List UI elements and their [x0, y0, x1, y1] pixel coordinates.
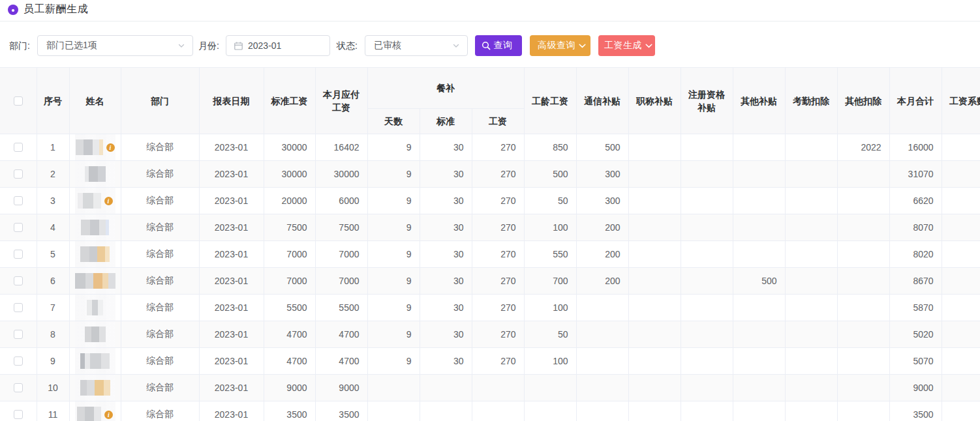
- cell-meal-days: [367, 401, 420, 421]
- cell-reg-allowance: [681, 375, 733, 401]
- salary-table: 序号 姓名 部门 报表日期 标准工资 本月应付工资 餐补 工龄工资 通信补贴 职…: [0, 67, 980, 421]
- row-checkbox[interactable]: [14, 196, 23, 205]
- cell-report-date: 2023-01: [199, 401, 264, 421]
- cell-seniority-pay: 50: [524, 321, 576, 348]
- info-icon[interactable]: i: [104, 411, 113, 419]
- cell-comm-allowance: 200: [576, 214, 628, 241]
- salary-generate-button[interactable]: 工资生成: [598, 35, 655, 56]
- name-blur-patch: [80, 246, 110, 262]
- table-row: 1i综合部2023-013000016402930270850500202216…: [0, 134, 980, 161]
- cell-other-allowance: [733, 214, 785, 241]
- advanced-search-button[interactable]: 高级查询: [530, 35, 590, 56]
- table-row: 8综合部2023-0147004700930270505020: [0, 321, 980, 348]
- cell-other-deduct: [837, 161, 889, 188]
- cell-std-salary: 30000: [264, 134, 315, 161]
- cell-month-total: 8070: [889, 214, 942, 241]
- cell-reg-allowance: [681, 401, 733, 421]
- row-checkbox[interactable]: [14, 303, 23, 312]
- cell-salary-coef: [942, 161, 980, 188]
- cell-meal-days: 9: [367, 268, 420, 295]
- month-date-input[interactable]: 2023-01: [226, 35, 330, 56]
- cell-month-total: 5070: [889, 348, 942, 375]
- cell-attendance-deduct: [785, 134, 837, 161]
- cell-seq: 3: [37, 188, 69, 214]
- cell-std-salary: 30000: [264, 161, 315, 188]
- cell-meal-std: 30: [420, 241, 472, 268]
- cell-month-payable: 3500: [315, 401, 367, 421]
- name-blur-patch: [85, 327, 106, 342]
- cell-salary-coef: [942, 375, 980, 401]
- table-row: 11i综合部2023-01350035003500: [0, 401, 980, 421]
- cell-dept: 综合部: [121, 161, 199, 188]
- row-checkbox[interactable]: [14, 410, 23, 419]
- cell-other-allowance: [733, 295, 785, 321]
- row-checkbox[interactable]: [14, 143, 23, 152]
- chevron-down-icon: [579, 44, 586, 48]
- cell-comm-allowance: 500: [576, 134, 628, 161]
- cell-comm-allowance: 200: [576, 268, 628, 295]
- col-header-meal-days: 天数: [367, 109, 420, 134]
- advanced-search-label: 高级查询: [538, 40, 575, 51]
- info-icon[interactable]: i: [104, 197, 113, 205]
- cell-month-total: 3500: [889, 401, 942, 421]
- select-all-checkbox[interactable]: [14, 96, 23, 106]
- cell-salary-coef: [942, 134, 980, 161]
- cell-name-redacted: [69, 268, 121, 295]
- table-row: 9综合部2023-01470047009302701005070: [0, 348, 980, 375]
- cell-comm-allowance: 200: [576, 241, 628, 268]
- cell-reg-allowance: [681, 348, 733, 375]
- cell-dept: 综合部: [121, 401, 199, 421]
- cell-name-redacted: i: [69, 401, 121, 421]
- cell-other-deduct: [837, 295, 889, 321]
- row-checkbox[interactable]: [14, 276, 23, 285]
- cell-month-total: 6620: [889, 188, 942, 214]
- cell-std-salary: 7000: [264, 268, 315, 295]
- salary-generate-label: 工资生成: [604, 40, 642, 51]
- cell-other-allowance: [733, 241, 785, 268]
- department-select[interactable]: 部门已选1项: [37, 35, 193, 56]
- cell-attendance-deduct: [785, 295, 837, 321]
- name-blur-patch: [78, 193, 101, 209]
- cell-month-payable: 4700: [315, 321, 367, 348]
- cell-title-allowance: [628, 188, 681, 214]
- row-checkbox[interactable]: [14, 383, 23, 392]
- cell-meal-pay: 270: [472, 161, 524, 188]
- cell-report-date: 2023-01: [199, 321, 264, 348]
- cell-meal-pay: [472, 401, 524, 421]
- cell-std-salary: 7000: [264, 241, 315, 268]
- name-blur-patch: [81, 220, 109, 235]
- cell-attendance-deduct: [785, 375, 837, 401]
- cell-meal-pay: 270: [472, 348, 524, 375]
- name-blur-patch: [80, 380, 110, 396]
- col-header-dept: 部门: [121, 68, 199, 134]
- cell-attendance-deduct: [785, 348, 837, 375]
- row-checkbox[interactable]: [14, 223, 23, 232]
- table-row: 5综合部2023-01700070009302705502008020: [0, 241, 980, 268]
- search-button[interactable]: 查询: [475, 35, 522, 56]
- cell-seq: 11: [37, 401, 69, 421]
- cell-dept: 综合部: [121, 375, 199, 401]
- info-icon[interactable]: i: [106, 143, 115, 152]
- cell-seq: 7: [37, 295, 69, 321]
- cell-reg-allowance: [681, 321, 733, 348]
- col-header-report-date: 报表日期: [199, 68, 264, 134]
- cell-seq: 1: [37, 134, 69, 161]
- row-checkbox[interactable]: [14, 169, 23, 179]
- cell-meal-days: 9: [367, 348, 420, 375]
- cell-meal-std: 30: [420, 134, 472, 161]
- cell-title-allowance: [628, 134, 681, 161]
- cell-seniority-pay: [524, 401, 576, 421]
- name-blur-patch: [77, 407, 101, 421]
- col-header-attendance-deduct: 考勤扣除: [785, 68, 837, 134]
- row-checkbox[interactable]: [14, 330, 23, 339]
- row-checkbox[interactable]: [14, 356, 23, 366]
- cell-meal-pay: 270: [472, 214, 524, 241]
- cell-std-salary: 20000: [264, 188, 315, 214]
- cell-meal-pay: 270: [472, 268, 524, 295]
- cell-month-total: 16000: [889, 134, 942, 161]
- cell-seniority-pay: 50: [524, 188, 576, 214]
- status-select[interactable]: 已审核: [365, 35, 468, 56]
- row-checkbox[interactable]: [14, 250, 23, 259]
- cell-attendance-deduct: [785, 321, 837, 348]
- cell-month-total: 8020: [889, 241, 942, 268]
